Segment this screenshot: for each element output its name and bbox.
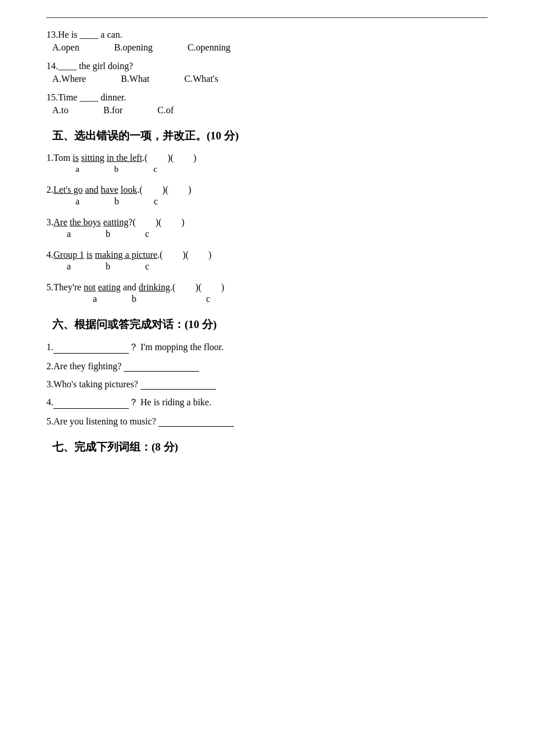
dialog-blank-4[interactable] [53, 398, 129, 409]
option-14-b: B.What [121, 74, 149, 84]
underline-1c: in the left [107, 153, 142, 163]
answer-blank-3b[interactable] [164, 217, 181, 228]
top-divider [46, 17, 488, 18]
error-item-1: 1.Tom is sitting in the left.( )( ) a b … [46, 153, 488, 174]
answer-blank-1a[interactable] [150, 153, 167, 163]
option-15-c: C.of [157, 105, 174, 116]
answer-blank-4a[interactable] [165, 250, 182, 260]
underline-1a: is [73, 153, 79, 163]
section-6-heading: 六、根据问或答完成对话：(10 分) [46, 317, 488, 332]
option-15-b: B.for [103, 105, 122, 116]
option-13-a: A.open [52, 42, 80, 53]
section-5-heading: 五、选出错误的一项，并改正。(10 分) [46, 128, 488, 143]
error-item-5: 5.They're not eating and drinking.( )( )… [46, 282, 488, 304]
error-labels-5: a b c [93, 294, 488, 304]
answer-blank-1b[interactable] [176, 153, 193, 163]
question-15-options: A.to B.for C.of [52, 105, 488, 116]
error-item-4: 4.Group 1 is making a picture.( )( ) a b… [46, 250, 488, 272]
underline-2start: Let's go [53, 185, 82, 195]
dialog-item-2: 2.Are they fighting? [46, 361, 488, 372]
underline-1b: sitting [81, 153, 104, 163]
section-7: 七、完成下列词组：(8 分) [46, 440, 488, 455]
error-labels-2: a b c [75, 196, 488, 207]
underline-4b: is [86, 250, 93, 260]
underline-3c: eatting [103, 217, 129, 227]
option-14-c: C.What's [185, 74, 218, 84]
error-labels-1: a b c [75, 164, 488, 174]
error-sentence-4: 4.Group 1 is making a picture.( )( ) [46, 250, 488, 260]
error-labels-4: a b c [67, 261, 488, 272]
error-sentence-1: 1.Tom is sitting in the left.( )( ) [46, 153, 488, 163]
question-13-text: 13.He is ____ a can. [46, 30, 488, 40]
dialog-blank-5[interactable] [158, 416, 234, 427]
question-14-text: 14.____ the girl doing? [46, 61, 488, 71]
underline-4c: making a picture [95, 250, 158, 260]
underline-5b: eating [98, 282, 121, 292]
answer-blank-2a[interactable] [145, 185, 163, 195]
dialog-blank-2[interactable] [124, 361, 199, 372]
error-item-3: 3.Are the boys eatting?( )( ) a b c [46, 217, 488, 239]
question-14-options: A.Where B.What C.What's [52, 74, 488, 84]
question-14: 14.____ the girl doing? A.Where B.What C… [46, 61, 488, 84]
underline-3a: Are [53, 217, 67, 227]
option-15-a: A.to [52, 105, 68, 116]
underline-4a: Group 1 [53, 250, 84, 260]
option-13-b: B.opening [114, 42, 153, 53]
underline-3b: the boys [70, 217, 101, 227]
dialog-blank-3[interactable] [140, 379, 216, 390]
dialog-item-1: 1. ？ I'm mopping the floor. [46, 341, 488, 354]
underline-5a: not [84, 282, 95, 292]
underline-2b: have [101, 185, 118, 195]
dialog-blank-1[interactable] [53, 343, 129, 354]
option-13-c: C.openning [187, 42, 230, 53]
dialog-item-5: 5.Are you listening to music? [46, 416, 488, 427]
multiple-choice-section: 13.He is ____ a can. A.open B.opening C.… [46, 30, 488, 116]
answer-blank-5a[interactable] [178, 282, 195, 293]
question-15: 15.Time ____ dinner. A.to B.for C.of [46, 92, 488, 116]
answer-blank-4b[interactable] [191, 250, 208, 260]
error-sentence-3: 3.Are the boys eatting?( )( ) [46, 217, 488, 228]
section-5: 五、选出错误的一项，并改正。(10 分) 1.Tom is sitting in… [46, 128, 488, 304]
question-13: 13.He is ____ a can. A.open B.opening C.… [46, 30, 488, 53]
section-6: 六、根据问或答完成对话：(10 分) 1. ？ I'm mopping the … [46, 317, 488, 427]
error-labels-3: a b c [67, 229, 488, 239]
underline-2a: and [85, 185, 98, 195]
error-sentence-2: 2.Let's go and have look.( )( ) [46, 185, 488, 195]
answer-blank-2b[interactable] [171, 185, 188, 195]
question-13-options: A.open B.opening C.openning [52, 42, 488, 53]
dialog-item-3: 3.Who's taking pictures? [46, 379, 488, 390]
answer-blank-3a[interactable] [138, 217, 156, 228]
error-item-2: 2.Let's go and have look.( )( ) a b c [46, 185, 488, 207]
answer-blank-5b[interactable] [204, 282, 221, 293]
underline-2c: look [121, 185, 137, 195]
underline-5c: drinking [139, 282, 170, 292]
error-sentence-5: 5.They're not eating and drinking.( )( ) [46, 282, 488, 293]
question-15-text: 15.Time ____ dinner. [46, 92, 488, 103]
dialog-item-4: 4. ？ He is riding a bike. [46, 397, 488, 409]
section-7-heading: 七、完成下列词组：(8 分) [46, 440, 488, 455]
option-14-a: A.Where [52, 74, 86, 84]
